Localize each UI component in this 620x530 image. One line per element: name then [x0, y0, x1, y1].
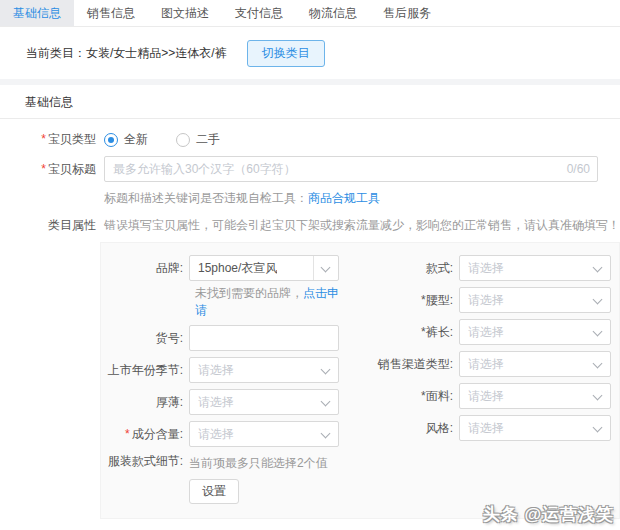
tab-basic-info[interactable]: 基础信息	[0, 0, 74, 26]
item-type-label: *宝贝类型	[0, 131, 96, 148]
current-category-bar: 当前类目：女装/女士精品>>连体衣/裤 切换类目	[0, 27, 620, 79]
chevron-down-icon	[593, 423, 603, 433]
chevron-down-icon	[321, 365, 331, 375]
radio-unselected-icon	[176, 133, 190, 147]
fashion-style-row: 风格: 请选择	[349, 415, 613, 441]
compliance-tool-link[interactable]: 商品合规工具	[308, 191, 380, 205]
title-row: *宝贝标题 0/60	[0, 156, 620, 182]
chevron-down-icon	[593, 327, 603, 337]
composition-label: *成分含量:	[101, 426, 189, 443]
tab-aftersale-service[interactable]: 售后服务	[370, 0, 444, 26]
fabric-select[interactable]: 请选择	[459, 383, 611, 409]
title-char-counter: 0/60	[567, 162, 590, 176]
section-title: 基础信息	[0, 85, 620, 119]
tab-logistics-info[interactable]: 物流信息	[296, 0, 370, 26]
fashion-style-label: 风格:	[349, 420, 459, 437]
top-tabbar: 基础信息 销售信息 图文描述 支付信息 物流信息 售后服务	[0, 0, 620, 27]
pants-length-select[interactable]: 请选择	[459, 319, 611, 345]
sales-channel-label: 销售渠道类型:	[349, 356, 459, 373]
title-label: *宝贝标题	[0, 161, 96, 178]
season-label: 上市年份季节:	[101, 362, 189, 379]
category-attrs-warning: 错误填写宝贝属性，可能会引起宝贝下架或搜索流量减少，影响您的正常销售，请认真准确…	[104, 217, 620, 234]
style-detail-label: 服装款式细节:	[101, 453, 189, 470]
current-category-label: 当前类目：	[26, 45, 86, 62]
item-type-radio-group: 全新 二手	[104, 131, 248, 148]
composition-select[interactable]: 请选择	[189, 421, 339, 447]
brand-select[interactable]: 15phoe/衣宣风	[189, 255, 339, 281]
title-input[interactable]	[104, 156, 598, 182]
sales-channel-select[interactable]: 请选择	[459, 351, 611, 377]
chevron-down-icon	[593, 391, 603, 401]
radio-selected-icon	[104, 133, 118, 147]
thickness-select[interactable]: 请选择	[189, 389, 339, 415]
chevron-down-icon	[593, 295, 603, 305]
season-row: 上市年份季节: 请选择	[101, 357, 349, 383]
attributes-left-column: 品牌: 15phoe/衣宣风 未找到需要的品牌，点击申请 货号: 上市年份季节:	[101, 255, 349, 510]
product-edit-page: 基础信息 销售信息 图文描述 支付信息 物流信息 售后服务 当前类目：女装/女士…	[0, 0, 620, 530]
attributes-panel: 品牌: 15phoe/衣宣风 未找到需要的品牌，点击申请 货号: 上市年份季节:	[100, 242, 620, 519]
fabric-label: *面料:	[349, 388, 459, 405]
tab-sales-info[interactable]: 销售信息	[74, 0, 148, 26]
thickness-row: 厚薄: 请选择	[101, 389, 349, 415]
radio-new[interactable]: 全新	[104, 131, 148, 148]
brand-label: 品牌:	[101, 260, 189, 277]
watermark: 头条 @运营浅笑	[483, 503, 614, 526]
thickness-label: 厚薄:	[101, 394, 189, 411]
waist-type-label: *腰型:	[349, 292, 459, 309]
style-row: 款式: 请选择	[349, 255, 613, 281]
chevron-down-icon	[321, 429, 331, 439]
style-select[interactable]: 请选择	[459, 255, 611, 281]
style-detail-set-button[interactable]: 设置	[189, 479, 239, 504]
style-label: 款式:	[349, 260, 459, 277]
chevron-down-icon	[593, 263, 603, 273]
composition-row: *成分含量: 请选择	[101, 421, 349, 447]
title-helper: 标题和描述关键词是否违规自检工具：商品合规工具	[104, 190, 620, 207]
style-detail-box: 当前项最多只能选择2个值 设置	[189, 453, 328, 504]
title-input-wrap: 0/60	[104, 156, 598, 182]
current-category-path: 女装/女士精品>>连体衣/裤	[86, 45, 227, 62]
attributes-right-column: 款式: 请选择 *腰型: 请选择 *裤长: 请选择	[349, 255, 613, 510]
fabric-row: *面料: 请选择	[349, 383, 613, 409]
sales-channel-row: 销售渠道类型: 请选择	[349, 351, 613, 377]
waist-type-row: *腰型: 请选择	[349, 287, 613, 313]
chevron-down-icon	[593, 359, 603, 369]
pants-length-label: *裤长:	[349, 324, 459, 341]
style-detail-note: 当前项最多只能选择2个值	[189, 455, 328, 471]
tab-description[interactable]: 图文描述	[148, 0, 222, 26]
season-select[interactable]: 请选择	[189, 357, 339, 383]
chevron-down-icon	[321, 263, 331, 273]
category-attrs-row: 类目属性 错误填写宝贝属性，可能会引起宝贝下架或搜索流量减少，影响您的正常销售，…	[0, 217, 620, 234]
chevron-down-icon	[321, 397, 331, 407]
item-type-row: *宝贝类型 全新 二手	[0, 131, 620, 148]
article-number-row: 货号:	[101, 325, 349, 351]
radio-used[interactable]: 二手	[176, 131, 220, 148]
switch-category-button[interactable]: 切换类目	[247, 40, 325, 67]
style-detail-row: 服装款式细节: 当前项最多只能选择2个值 设置	[101, 453, 349, 504]
article-number-input[interactable]	[189, 325, 339, 351]
brand-helper: 未找到需要的品牌，点击申请	[195, 285, 349, 319]
waist-type-select[interactable]: 请选择	[459, 287, 611, 313]
tab-payment-info[interactable]: 支付信息	[222, 0, 296, 26]
article-number-label: 货号:	[101, 330, 189, 347]
category-attrs-label: 类目属性	[0, 217, 96, 234]
brand-row: 品牌: 15phoe/衣宣风	[101, 255, 349, 281]
pants-length-row: *裤长: 请选择	[349, 319, 613, 345]
fashion-style-select[interactable]: 请选择	[459, 415, 611, 441]
basic-info-form: *宝贝类型 全新 二手 *宝贝标题 0/60 标题和描述关键词是否违规自检工具：…	[0, 119, 620, 530]
